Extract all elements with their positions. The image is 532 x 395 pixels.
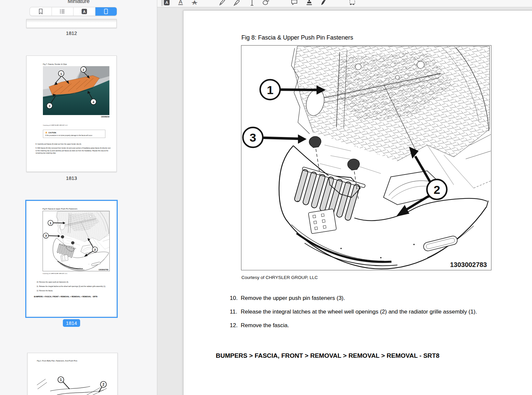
fig8-line-drawing [241,46,491,270]
highlighter-icon[interactable] [233,0,241,7]
thumbnail-label-1814-selected: 1814 [63,319,80,327]
thumbnail-page-1814[interactable]: Fig 8: Fascia & Upper Push Pin Fasteners… [26,201,117,317]
stamp-icon[interactable] [305,0,313,7]
svg-text:A: A [83,10,85,14]
thumbnail-label-1813: 1813 [26,175,117,181]
fig1-thumbnail-art: 1 2 [37,364,112,395]
fig7-thumbnail-art: 1 2 3 4 [43,66,109,115]
courtesy-line: Courtesy of CHRYSLER GROUP, LLC [241,275,318,280]
pencil-icon[interactable] [218,0,226,7]
tab-bookmarks[interactable] [30,7,52,16]
svg-text:1: 1 [60,72,62,75]
tab-outline[interactable] [52,7,74,16]
procedure-step: 10.Remove the upper push pin fasteners (… [230,295,506,302]
bookmark-icon [37,8,44,15]
section-breadcrumb-heading: BUMPERS > FASCIA, FRONT > REMOVAL > REMO… [216,352,439,359]
outline-icon [59,8,66,15]
svg-text:3: 3 [49,104,50,108]
underline-icon[interactable]: A [177,0,185,7]
procedure-step: 11.Release the integral latches at the w… [230,309,506,315]
svg-text:A: A [165,0,168,5]
smart-select-icon[interactable] [348,0,356,7]
highlight-style-icon[interactable]: A [163,0,171,7]
thumbnail-page-1815[interactable]: Fig 1: Front Belly Pan, Fasteners, And P… [27,353,118,395]
warning-icon [45,131,47,133]
fig8-thumbnail-art [43,211,110,271]
svg-text:A: A [179,0,183,5]
svg-text:1: 1 [60,378,62,382]
sidebar-title: Miniature [0,0,157,4]
fig7-image-number: 1303089290 [43,116,109,118]
strikethrough-icon[interactable]: A [191,0,199,7]
caution-box: CAUTION: If this procedure is not done p… [43,130,105,138]
mini-breadcrumb: BUMPERS > FASCIA, FRONT > REMOVAL > REMO… [34,296,97,298]
figure-title: Fig 8: Fascia & Upper Push Pin Fasteners [241,34,353,41]
tab-annotations[interactable]: A [73,7,95,16]
thumbnail-page-1813[interactable]: Fig 7: Fascia, Fender & Clips 1 [26,56,117,172]
document-scroll-area[interactable]: Fig 8: Fascia & Upper Push Pin Fasteners… [157,7,532,395]
note-icon[interactable] [290,0,298,7]
annotations-icon: A [81,8,88,15]
figure-image [241,45,491,270]
svg-text:2: 2 [82,68,84,71]
procedure-step: 12.Remove the fascia. [230,322,506,329]
svg-text:A: A [193,0,197,6]
document-page-1814: Fig 8: Fascia & Upper Push Pin Fasteners… [183,10,532,395]
annotation-toolbar: A A A [157,0,532,7]
svg-text:4: 4 [92,100,94,104]
tab-thumbnails[interactable] [95,7,117,16]
shapes-icon[interactable] [262,0,270,7]
text-select-icon[interactable] [248,0,256,7]
thumbnail-sidebar: Miniature A 1812 Fig 7: Fascia, Fender &… [0,0,157,395]
sidebar-view-switcher: A [30,7,117,16]
thumbnail-page-1812[interactable] [26,19,117,28]
svg-text:2: 2 [102,383,104,386]
page-thumbnails-icon [102,8,109,15]
thumbnail-label-1812: 1812 [26,30,117,36]
signature-pen-icon[interactable] [320,0,328,7]
